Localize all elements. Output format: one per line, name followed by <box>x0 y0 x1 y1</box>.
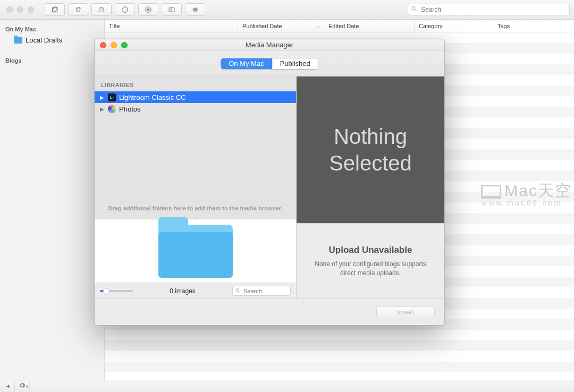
close-window-icon[interactable] <box>6 6 13 13</box>
settings-button[interactable]: ▾ <box>17 381 30 391</box>
libraries-header: LIBRARIES <box>95 76 296 91</box>
sort-indicator-icon: ⌄ <box>316 23 320 29</box>
library-search[interactable] <box>232 286 291 296</box>
folder-icon <box>14 37 22 44</box>
slider-thumb-icon[interactable] <box>103 288 109 294</box>
window-controls <box>6 6 34 13</box>
image-count: 0 images <box>139 287 226 295</box>
upload-status-title: Upload Unavailable <box>329 245 412 255</box>
add-button[interactable]: + <box>2 381 15 391</box>
drop-hint: Drag additional folders here to add them… <box>108 205 283 211</box>
tab-on-my-mac[interactable]: On My Mac <box>221 58 272 69</box>
library-label: Lightroom Classic CC <box>119 93 186 101</box>
minimize-window-icon[interactable] <box>17 6 23 13</box>
modal-minimize-icon[interactable] <box>111 42 117 48</box>
document-button[interactable] <box>91 3 112 16</box>
svg-rect-3 <box>169 7 174 12</box>
preview-column: Nothing Selected Upload Unavailable None… <box>297 76 444 299</box>
thumbnail-area <box>95 219 296 283</box>
sidebar-item-local-drafts[interactable]: Local Drafts <box>0 35 104 46</box>
main-sidebar: On My Mac Local Drafts Blogs <box>0 20 105 380</box>
sidebar-item-label: Local Drafts <box>26 36 62 44</box>
gear-icon <box>19 382 26 390</box>
compose-button[interactable] <box>45 3 65 16</box>
library-photos[interactable]: ▶ Photos <box>95 103 296 115</box>
libraries-column: LIBRARIES ▶ Lr Lightroom Classic CC ▶ Ph… <box>95 76 297 299</box>
disclosure-triangle-icon[interactable]: ▶ <box>100 95 105 100</box>
search-input[interactable] <box>408 4 570 15</box>
table-header: Title Published Date⌄ Edited Date Catego… <box>105 20 574 32</box>
column-edited[interactable]: Edited Date <box>324 20 415 32</box>
media-button[interactable] <box>185 3 205 16</box>
library-label: Photos <box>119 105 140 113</box>
layout-button[interactable] <box>162 3 182 16</box>
sidebar-section-blogs: Blogs <box>0 55 104 66</box>
preview-placeholder: Nothing Selected <box>329 123 412 176</box>
libraries-footer: 0 images <box>95 283 296 299</box>
libraries-list: ▶ Lr Lightroom Classic CC ▶ Photos <box>95 91 296 115</box>
fullscreen-window-icon[interactable] <box>28 6 34 13</box>
search-icon <box>411 6 417 14</box>
toolbar-search[interactable] <box>408 4 570 15</box>
modal-titlebar[interactable]: Media Manager <box>95 39 444 51</box>
modal-tabs: On My Mac Published <box>95 51 444 76</box>
refresh-button[interactable] <box>115 3 135 16</box>
photos-icon <box>108 105 116 113</box>
disclosure-triangle-icon[interactable]: ▶ <box>100 106 105 112</box>
library-lightroom[interactable]: ▶ Lr Lightroom Classic CC <box>95 91 296 103</box>
svg-point-2 <box>147 8 149 11</box>
svg-point-7 <box>412 7 415 10</box>
record-button[interactable] <box>138 3 158 16</box>
svg-point-8 <box>236 288 239 292</box>
tab-published[interactable]: Published <box>272 58 318 69</box>
modal-title: Media Manager <box>95 41 444 49</box>
folder-icon <box>158 225 233 278</box>
svg-point-6 <box>195 7 198 11</box>
media-manager-modal: Media Manager On My Mac Published LIBRAR… <box>94 39 445 326</box>
status-bar: + ▾ <box>0 380 574 392</box>
main-toolbar <box>0 0 574 20</box>
resize-handle-icon[interactable] <box>193 218 198 220</box>
insert-button[interactable]: Insert <box>376 306 435 318</box>
library-search-input[interactable] <box>232 286 291 296</box>
search-icon <box>235 287 241 294</box>
chevron-down-icon: ▾ <box>26 384 28 389</box>
modal-close-icon[interactable] <box>100 42 106 48</box>
sidebar-section-onmymac: On My Mac <box>0 24 104 35</box>
upload-status: Upload Unavailable None of your configur… <box>297 223 444 299</box>
column-tags[interactable]: Tags <box>493 20 574 32</box>
preview-area: Nothing Selected <box>297 76 444 223</box>
lightroom-icon: Lr <box>108 93 116 101</box>
drop-zone[interactable]: Drag additional folders here to add them… <box>95 115 296 219</box>
column-category[interactable]: Category <box>415 20 493 32</box>
upload-status-body: None of your configured blogs supports d… <box>307 260 434 278</box>
zoom-slider[interactable] <box>100 290 133 292</box>
modal-fullscreen-icon[interactable] <box>121 42 128 48</box>
modal-footer: Insert <box>95 299 444 325</box>
column-title[interactable]: Title <box>105 20 238 32</box>
column-published[interactable]: Published Date⌄ <box>238 20 324 32</box>
delete-button[interactable] <box>68 3 88 16</box>
